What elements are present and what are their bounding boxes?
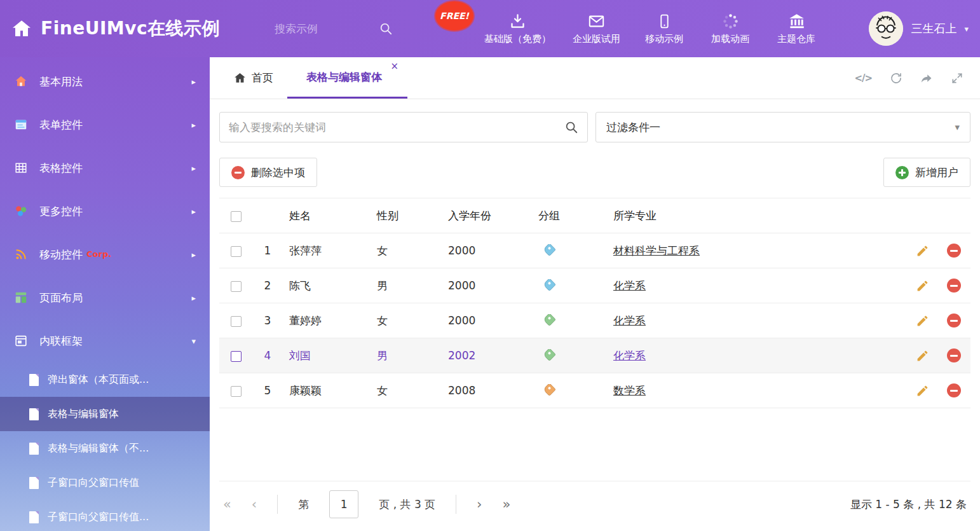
major-link[interactable]: 化学系 (613, 314, 646, 327)
last-page-button[interactable]: » (503, 498, 511, 511)
nav-item-theme-repo[interactable]: 主题仓库 (774, 12, 819, 45)
widgets-icon (13, 203, 29, 219)
share-forward-icon[interactable] (920, 72, 933, 85)
search-icon[interactable] (379, 22, 393, 36)
sidebar-item-label: 内联框架 (39, 334, 83, 348)
sidebar-item-inline-frame[interactable]: 内联框架 ▾ (0, 319, 210, 362)
toolbar: 删除选中项 新增用户 (219, 158, 970, 187)
frame-icon (13, 333, 29, 348)
sidebar-item-label: 更多控件 (39, 204, 83, 219)
major-link[interactable]: 数学系 (613, 384, 646, 397)
sidebar-item-label: 页面布局 (39, 291, 83, 305)
envelope-icon (588, 12, 605, 30)
header-nav: 基础版（免费） 企业版试用 移动示例 加载动画 (484, 0, 819, 57)
table-row[interactable]: 3 董婷婷 女 2000 化学系 (219, 303, 970, 338)
sidebar-subitem-label: 子窗口向父窗口传值... (48, 511, 149, 524)
row-checkbox[interactable] (231, 316, 242, 327)
add-user-label: 新增用户 (915, 165, 958, 180)
tab-active-label: 表格与编辑窗体 (306, 70, 382, 85)
sidebar-subitem-label: 表格与编辑窗体 (48, 408, 119, 421)
row-number: 5 (252, 384, 283, 397)
add-user-button[interactable]: 新增用户 (883, 158, 970, 187)
chevron-right-icon: ▸ (191, 293, 196, 303)
caret-down-icon: ▾ (964, 24, 969, 34)
content: 过滤条件一 ▾ 删除选中项 新增用户 (210, 99, 980, 531)
cell-name: 董婷婷 (283, 314, 371, 328)
sidebar-item-mobile-controls[interactable]: 移动控件 Corp. ▸ (0, 233, 210, 276)
delete-icon[interactable] (947, 244, 961, 258)
cell-name: 张萍萍 (283, 244, 371, 258)
corp-badge: Corp. (86, 249, 111, 259)
page-label-suffix: 页 , 共 3 页 (379, 497, 435, 512)
filter-dropdown[interactable]: 过滤条件一 ▾ (595, 112, 970, 142)
delete-icon[interactable] (947, 383, 961, 397)
nav-item-loading-animation[interactable]: 加载动画 (708, 12, 752, 45)
sidebar-item-label: 表格控件 (39, 161, 83, 176)
search-icon[interactable] (564, 120, 578, 134)
delete-selected-button[interactable]: 删除选中项 (219, 158, 317, 187)
table-row[interactable]: 1 张萍萍 女 2000 材料科学与工程系 (219, 233, 970, 268)
table-row-selected[interactable]: 4 刘国 男 2002 化学系 (219, 338, 970, 373)
column-header-group: 分组 (532, 209, 607, 223)
major-link[interactable]: 化学系 (613, 279, 646, 292)
filter-dropdown-value: 过滤条件一 (606, 120, 660, 135)
sidebar-item-form-controls[interactable]: 表单控件 ▸ (0, 103, 210, 146)
cell-year: 2000 (442, 314, 532, 327)
close-icon[interactable]: × (390, 62, 398, 71)
edit-icon[interactable] (916, 244, 929, 258)
nav-item-label: 移动示例 (645, 33, 683, 45)
chevron-right-icon: ▸ (191, 120, 196, 130)
row-checkbox[interactable] (231, 351, 242, 362)
tag-icon (543, 384, 556, 396)
app-home-icon (11, 18, 32, 39)
refresh-icon[interactable] (890, 72, 902, 85)
tab-grid-edit-window[interactable]: 表格与编辑窗体 × (287, 57, 407, 99)
cell-year: 2002 (442, 349, 532, 362)
row-checkbox[interactable] (231, 246, 242, 257)
next-page-button[interactable]: › (477, 498, 482, 511)
cell-year: 2008 (442, 384, 532, 397)
nav-item-basic-free[interactable]: 基础版（免费） (484, 12, 551, 45)
major-link[interactable]: 化学系 (613, 349, 646, 362)
edit-icon[interactable] (916, 279, 929, 293)
nav-item-enterprise-trial[interactable]: 企业版试用 (573, 12, 620, 45)
sidebar-subitem-grid-edit-window-2[interactable]: 表格与编辑窗体（不... (0, 431, 210, 465)
prev-page-button[interactable]: ‹ (252, 498, 257, 511)
row-checkbox[interactable] (231, 281, 242, 292)
delete-icon[interactable] (947, 348, 961, 362)
source-code-icon[interactable]: </> (854, 72, 872, 84)
edit-icon[interactable] (916, 384, 929, 397)
sidebar-item-more-controls[interactable]: 更多控件 ▸ (0, 190, 210, 233)
edit-icon[interactable] (916, 349, 929, 362)
sidebar-subitem-child-to-parent[interactable]: 子窗口向父窗口传值 (0, 465, 210, 500)
table-row[interactable]: 5 康颖颖 女 2008 数学系 (219, 373, 970, 408)
brand[interactable]: FineUIMvc在线示例 (11, 0, 220, 57)
nav-item-label: 主题仓库 (777, 33, 815, 45)
page-number-input[interactable] (329, 490, 358, 518)
file-icon (29, 443, 39, 455)
delete-icon[interactable] (947, 279, 961, 293)
cell-name: 刘国 (283, 348, 371, 363)
user-menu[interactable]: 三生石上 ▾ (869, 0, 969, 57)
tab-home[interactable]: 首页 (220, 57, 287, 99)
major-link[interactable]: 材料科学与工程系 (613, 244, 700, 257)
page-body: 基本用法 ▸ 表单控件 ▸ 表格控件 ▸ (0, 57, 980, 531)
nav-item-mobile-demo[interactable]: 移动示例 (642, 12, 686, 45)
keyword-search-input[interactable] (229, 121, 564, 134)
expand-icon[interactable] (951, 72, 963, 85)
sidebar-item-table-controls[interactable]: 表格控件 ▸ (0, 146, 210, 190)
sidebar-subitem-popup-window[interactable]: 弹出窗体（本页面或... (0, 362, 210, 397)
first-page-button[interactable]: « (223, 498, 231, 511)
row-checkbox[interactable] (231, 386, 242, 397)
sidebar-item-page-layout[interactable]: 页面布局 ▸ (0, 276, 210, 319)
table-row[interactable]: 2 陈飞 男 2000 化学系 (219, 268, 970, 303)
sidebar-subitem-grid-edit-window[interactable]: 表格与编辑窗体 (0, 397, 210, 431)
sidebar-subitem-child-to-parent-2[interactable]: 子窗口向父窗口传值... (0, 500, 210, 531)
delete-icon[interactable] (947, 314, 961, 328)
edit-icon[interactable] (916, 314, 929, 328)
free-badge: FREE! (435, 1, 473, 31)
column-header-major: 所学专业 (607, 209, 907, 223)
sidebar-item-basic-usage[interactable]: 基本用法 ▸ (0, 60, 210, 103)
header-search-input[interactable] (275, 22, 370, 35)
select-all-checkbox[interactable] (231, 211, 242, 222)
